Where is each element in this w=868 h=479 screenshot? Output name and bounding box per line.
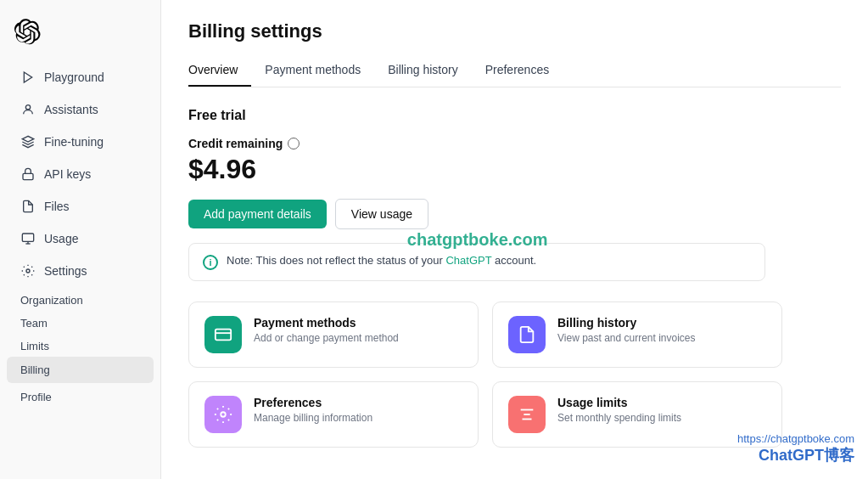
payment-methods-icon [204, 316, 242, 353]
sidebar-nav: Playground Assistants Fine-tuning API ke… [0, 61, 160, 469]
card-preferences-content: Preferences Manage billing information [254, 396, 372, 424]
sidebar-item-fine-tuning[interactable]: Fine-tuning [7, 127, 154, 157]
payment-methods-desc: Add or change payment method [254, 332, 399, 344]
note-box: Note: This does not reflect the status o… [188, 243, 765, 281]
preferences-title: Preferences [254, 396, 372, 409]
api-keys-icon [20, 166, 36, 182]
fine-tuning-icon [20, 134, 36, 149]
sidebar-item-playground[interactable]: Playground [7, 62, 154, 93]
svg-rect-7 [216, 330, 231, 341]
chatgpt-link[interactable]: ChatGPT [445, 254, 491, 267]
sidebar-item-billing[interactable]: Billing [7, 357, 154, 383]
credit-info-icon[interactable] [288, 138, 300, 149]
card-payment-methods[interactable]: Payment methods Add or change payment me… [188, 301, 479, 368]
svg-marker-0 [24, 72, 31, 82]
page-title: Billing settings [188, 20, 841, 42]
sidebar-item-settings[interactable]: Settings [7, 256, 154, 286]
billing-history-title: Billing history [557, 316, 696, 330]
section-title: Free trial [188, 108, 841, 123]
sidebar-item-profile[interactable]: Profile [0, 384, 160, 407]
card-preferences[interactable]: Preferences Manage billing information [188, 381, 479, 448]
card-billing-history-content: Billing history View past and current in… [557, 316, 696, 344]
add-payment-button[interactable]: Add payment details [188, 200, 327, 228]
sidebar-item-fine-tuning-label: Fine-tuning [44, 135, 104, 149]
usage-limits-title: Usage limits [557, 396, 681, 409]
openai-logo-icon [14, 19, 41, 46]
main-content: Billing settings Overview Payment method… [161, 0, 868, 479]
usage-limits-icon [508, 396, 546, 433]
svg-rect-3 [22, 234, 33, 241]
svg-point-6 [26, 269, 30, 273]
sidebar-item-team[interactable]: Team [0, 310, 160, 333]
playground-icon [20, 70, 36, 85]
sidebar-item-settings-label: Settings [44, 264, 87, 278]
preferences-desc: Manage billing information [254, 412, 372, 424]
card-usage-limits-content: Usage limits Set monthly spending limits [557, 396, 681, 424]
sidebar-item-files-label: Files [44, 200, 70, 213]
action-buttons: Add payment details View usage [188, 199, 841, 229]
sidebar-item-usage-label: Usage [44, 232, 78, 245]
svg-point-9 [221, 412, 226, 417]
note-info-icon [203, 255, 218, 270]
payment-methods-title: Payment methods [254, 316, 399, 330]
assistants-icon [20, 102, 36, 117]
billing-cards-grid: Payment methods Add or change payment me… [188, 301, 782, 448]
sidebar-item-usage[interactable]: Usage [7, 223, 154, 254]
app-logo [0, 10, 160, 61]
tab-payment-methods[interactable]: Payment methods [265, 56, 374, 87]
sidebar-item-files[interactable]: Files [7, 191, 154, 222]
sidebar-item-api-keys[interactable]: API keys [7, 159, 154, 189]
preferences-icon [204, 396, 242, 433]
svg-point-1 [25, 105, 30, 110]
sidebar: Playground Assistants Fine-tuning API ke… [0, 0, 161, 479]
billing-history-desc: View past and current invoices [557, 332, 696, 344]
tab-preferences[interactable]: Preferences [485, 56, 563, 87]
usage-icon [20, 231, 36, 246]
credit-label: Credit remaining [188, 137, 841, 150]
sidebar-item-organization[interactable]: Organization [0, 287, 160, 310]
sidebar-item-api-keys-label: API keys [44, 167, 91, 181]
sidebar-item-assistants-label: Assistants [44, 103, 98, 116]
view-usage-button[interactable]: View usage [335, 199, 428, 229]
note-text: Note: This does not reflect the status o… [227, 254, 536, 267]
tab-billing-history[interactable]: Billing history [388, 56, 471, 87]
credit-amount: $4.96 [188, 154, 841, 185]
sidebar-item-limits[interactable]: Limits [0, 333, 160, 356]
tabs-bar: Overview Payment methods Billing history… [188, 56, 841, 87]
billing-history-icon [508, 316, 546, 353]
sidebar-item-playground-label: Playground [44, 70, 104, 84]
tab-overview[interactable]: Overview [188, 56, 251, 87]
card-billing-history[interactable]: Billing history View past and current in… [492, 301, 782, 368]
settings-icon [20, 263, 36, 279]
usage-limits-desc: Set monthly spending limits [557, 412, 681, 424]
card-usage-limits[interactable]: Usage limits Set monthly spending limits [492, 381, 782, 448]
card-payment-methods-content: Payment methods Add or change payment me… [254, 316, 399, 344]
sidebar-item-assistants[interactable]: Assistants [7, 94, 154, 125]
files-icon [20, 199, 36, 214]
svg-rect-2 [23, 173, 33, 179]
